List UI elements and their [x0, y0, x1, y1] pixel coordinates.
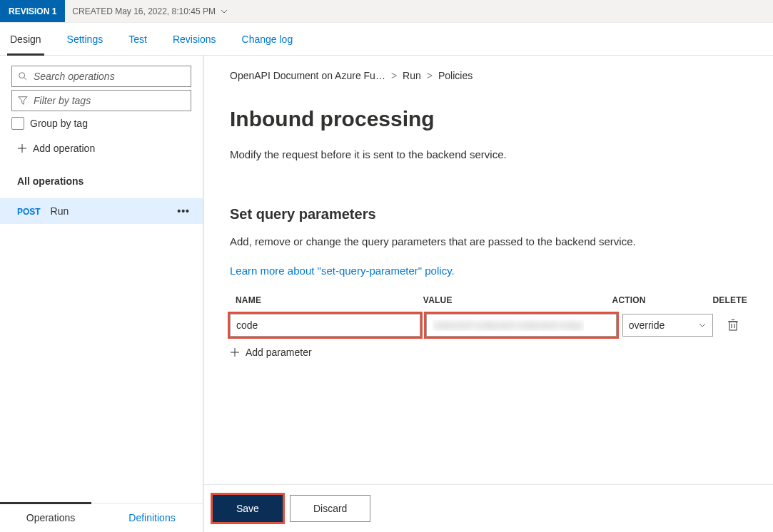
group-by-tag-label: Group by tag [30, 118, 88, 129]
plus-icon [230, 347, 240, 357]
all-operations-header[interactable]: All operations [0, 163, 203, 198]
add-operation-button[interactable]: Add operation [0, 130, 203, 163]
content-area: OpenAPI Document on Azure Fu… > Run > Po… [204, 56, 773, 532]
search-icon [18, 71, 28, 81]
add-parameter-label: Add parameter [246, 347, 312, 358]
section-title: Set query parameters [230, 206, 747, 222]
svg-rect-5 [729, 322, 737, 330]
param-delete-button[interactable] [719, 319, 747, 332]
revision-date-dropdown[interactable]: CREATED May 16, 2022, 8:10:45 PM [65, 6, 228, 16]
breadcrumb-sep: > [427, 70, 433, 81]
breadcrumb-item-api[interactable]: OpenAPI Document on Azure Fu… [230, 70, 385, 81]
button-bar: Save Discard [204, 484, 773, 532]
param-action-value: override [629, 319, 665, 331]
svg-point-0 [19, 73, 25, 78]
param-action-select[interactable]: override [622, 314, 714, 337]
param-row: code redacted-redacted-redacted-redac ov… [230, 314, 747, 337]
col-header-name: NAME [230, 295, 423, 305]
param-table-header: NAME VALUE ACTION DELETE [230, 295, 747, 305]
col-header-action: ACTION [612, 295, 713, 305]
param-table: NAME VALUE ACTION DELETE code redacted-r… [230, 295, 747, 358]
sidebar-tab-operations[interactable]: Operations [0, 503, 101, 532]
param-value-value: redacted-redacted-redacted-redac [433, 319, 584, 331]
breadcrumb-sep: > [391, 70, 397, 81]
col-header-value: VALUE [423, 295, 612, 305]
section-subtitle: Add, remove or change the query paramete… [230, 235, 747, 247]
param-name-value: code [236, 319, 258, 331]
chevron-down-icon [698, 321, 707, 329]
add-operation-label: Add operation [33, 143, 95, 154]
page-subtitle: Modify the request before it is sent to … [230, 148, 747, 160]
sidebar-tab-definitions[interactable]: Definitions [101, 503, 203, 532]
trash-icon [727, 319, 739, 332]
breadcrumb-item-operation[interactable]: Run [403, 70, 421, 81]
discard-button[interactable]: Discard [290, 495, 370, 522]
page-title: Inbound processing [230, 107, 747, 131]
revision-bar: REVISION 1 CREATED May 16, 2022, 8:10:45… [0, 0, 773, 23]
tab-design[interactable]: Design [10, 23, 41, 55]
breadcrumb: OpenAPI Document on Azure Fu… > Run > Po… [230, 70, 747, 81]
filter-placeholder: Filter by tags [34, 95, 91, 106]
breadcrumb-item-policies: Policies [438, 70, 473, 81]
sidebar: Search operations Filter by tags Group b… [0, 56, 204, 532]
tab-revisions[interactable]: Revisions [173, 23, 216, 55]
checkbox-box [11, 117, 24, 130]
operation-method: POST [17, 207, 41, 217]
svg-line-1 [24, 78, 27, 81]
sidebar-bottom-tabs: Operations Definitions [0, 503, 203, 532]
search-placeholder: Search operations [34, 71, 115, 82]
revision-date-label: CREATED May 16, 2022, 8:10:45 PM [72, 6, 216, 16]
revision-badge: REVISION 1 [0, 0, 65, 22]
filter-tags-input[interactable]: Filter by tags [11, 90, 191, 111]
operation-item-run[interactable]: POST Run ••• [0, 198, 203, 224]
tab-settings[interactable]: Settings [67, 23, 103, 55]
add-parameter-button[interactable]: Add parameter [230, 347, 747, 358]
col-header-delete: DELETE [712, 295, 747, 305]
operation-name: Run [51, 205, 69, 217]
tab-test[interactable]: Test [128, 23, 147, 55]
search-operations-input[interactable]: Search operations [11, 66, 191, 87]
param-name-input[interactable]: code [230, 314, 420, 337]
chevron-down-icon [220, 7, 228, 16]
filter-icon [18, 96, 28, 106]
svg-marker-2 [19, 97, 27, 105]
top-tabs: Design Settings Test Revisions Change lo… [0, 23, 773, 56]
save-button[interactable]: Save [213, 495, 283, 522]
ellipsis-icon[interactable]: ••• [177, 205, 190, 217]
param-value-input[interactable]: redacted-redacted-redacted-redac [426, 314, 617, 337]
tab-changelog[interactable]: Change log [242, 23, 293, 55]
group-by-tag-checkbox[interactable]: Group by tag [11, 117, 191, 130]
plus-icon [17, 143, 27, 153]
learn-more-link[interactable]: Learn more about "set-query-parameter" p… [230, 265, 747, 277]
